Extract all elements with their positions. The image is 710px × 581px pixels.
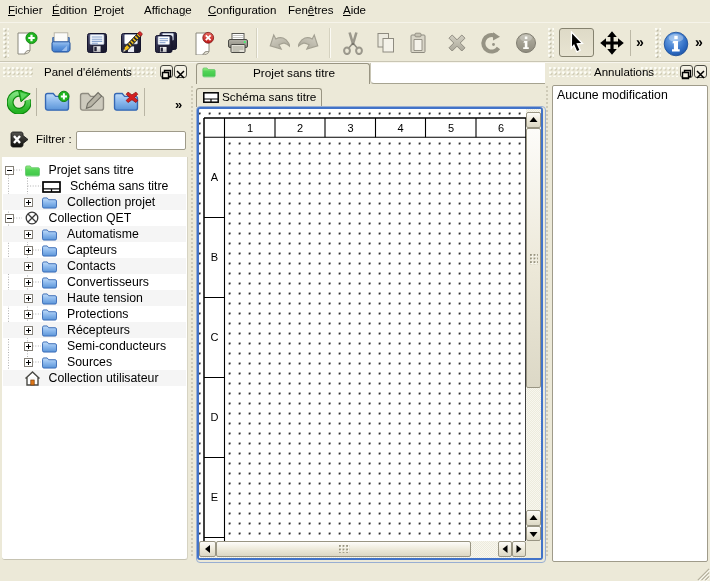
- svg-text:B: B: [211, 251, 218, 263]
- svg-text:D: D: [211, 411, 219, 423]
- svg-text:2: 2: [297, 122, 303, 134]
- svg-text:5: 5: [448, 122, 454, 134]
- svg-text:3: 3: [347, 122, 353, 134]
- svg-text:6: 6: [498, 122, 504, 134]
- svg-text:4: 4: [397, 122, 403, 134]
- svg-text:E: E: [211, 491, 218, 503]
- svg-text:C: C: [211, 331, 219, 343]
- svg-text:A: A: [211, 171, 219, 183]
- svg-text:1: 1: [247, 122, 253, 134]
